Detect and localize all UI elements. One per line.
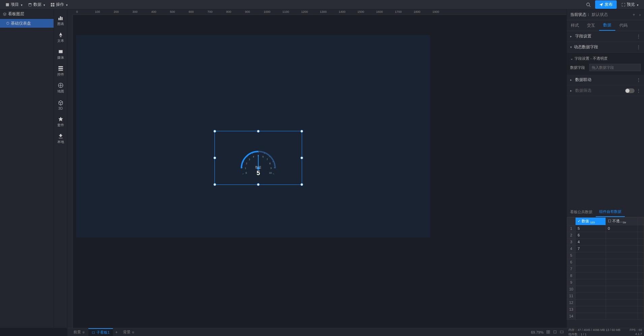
- svg-rect-44: [547, 332, 548, 333]
- comp-suite[interactable]: 套件: [54, 113, 67, 130]
- prop-data-filter[interactable]: 数据筛选 ⋮: [567, 85, 644, 96]
- preview-button[interactable]: 预览: [619, 0, 641, 9]
- comp-3d[interactable]: 3D: [54, 96, 67, 113]
- bottom-tab-background[interactable]: 背景 ⊕: [120, 328, 138, 336]
- table-row[interactable]: 47: [567, 245, 644, 252]
- svg-rect-10: [58, 18, 59, 20]
- table-row[interactable]: 6: [567, 259, 644, 265]
- data-tab-board[interactable]: 看板公共数据: [567, 207, 596, 217]
- sub-panel-header[interactable]: ⌄ 字段设置 - 不透明度: [570, 55, 641, 62]
- layer-item-gauge[interactable]: 基础仪表盘: [0, 19, 54, 28]
- publish-button[interactable]: 发布: [595, 0, 617, 9]
- table-corner: [567, 217, 576, 225]
- svg-rect-5: [53, 5, 55, 6]
- comp-control[interactable]: 控件: [54, 63, 67, 80]
- table-row[interactable]: 11: [567, 292, 644, 299]
- comp-suite-label: 套件: [57, 123, 64, 128]
- svg-rect-2: [51, 3, 53, 4]
- fit-icon[interactable]: [546, 330, 550, 335]
- comp-local[interactable]: 本地: [54, 130, 67, 147]
- canvas-viewport[interactable]: 012345678910 数值 5: [73, 15, 566, 328]
- add-subboard-button[interactable]: ＋: [113, 329, 120, 336]
- comp-text[interactable]: 文本: [54, 29, 67, 46]
- data-table[interactable]: ✓ 数值 123 ☐ 不透...Str 15026344756789101112…: [567, 217, 644, 328]
- search-icon[interactable]: [584, 0, 593, 9]
- data-tab-component[interactable]: 组件自有数据: [596, 207, 625, 217]
- svg-rect-3: [53, 3, 55, 4]
- add-state-icon[interactable]: ＋: [632, 12, 636, 18]
- data-filter-toggle[interactable]: [625, 88, 635, 93]
- selection-box[interactable]: 012345678910 数值 5: [214, 131, 302, 185]
- add-foreground-icon[interactable]: ⊕: [82, 330, 85, 334]
- state-value: 默认状态: [592, 12, 608, 18]
- map-icon: [58, 82, 64, 88]
- more-icon[interactable]: ⋮: [637, 34, 641, 39]
- prop-field-settings-label: 字段设置: [575, 33, 591, 39]
- sub-panel-opacity: ⌄ 字段设置 - 不透明度 数据字段: [567, 53, 644, 75]
- table-row[interactable]: 12: [567, 299, 644, 306]
- canvas-area[interactable]: 0100200300400500600700800900100011001200…: [67, 9, 566, 328]
- resize-handle-tl[interactable]: [213, 130, 216, 133]
- comp-count-label: 组件数：: [568, 333, 581, 336]
- table-col-opacity[interactable]: ☐ 不透...Str: [606, 217, 638, 225]
- resize-handle-mr[interactable]: [300, 157, 303, 159]
- more-icon[interactable]: ⋮: [637, 45, 641, 50]
- svg-rect-45: [549, 332, 550, 333]
- resize-handle-tr[interactable]: [300, 130, 303, 133]
- resize-handle-ml[interactable]: [213, 157, 216, 159]
- prop-dynamic-fields[interactable]: ▾ 动态数据字段 ⋮: [567, 42, 644, 53]
- prop-field-settings[interactable]: 字段设置 ⋮: [567, 31, 644, 42]
- more-icon[interactable]: ⋮: [637, 78, 641, 82]
- menu-data[interactable]: 数据: [25, 0, 48, 9]
- table-row[interactable]: 13: [567, 306, 644, 313]
- tab-code[interactable]: 代码: [615, 20, 632, 31]
- menu-data-label: 数据: [33, 2, 41, 7]
- table-row[interactable]: 150: [567, 225, 644, 232]
- more-icon[interactable]: ⋮: [637, 88, 641, 93]
- prop-data-link[interactable]: 数据联动 ⋮: [567, 75, 644, 85]
- comp-map[interactable]: 地图: [54, 80, 67, 96]
- table-row[interactable]: 26: [567, 232, 644, 239]
- svg-text:9: 9: [270, 167, 272, 169]
- resize-handle-br[interactable]: [300, 183, 303, 186]
- chevron-right-icon: [570, 34, 573, 38]
- resize-handle-tm[interactable]: [257, 130, 260, 133]
- svg-rect-11: [60, 17, 61, 20]
- table-row[interactable]: 7: [567, 265, 644, 272]
- tab-interact[interactable]: 交互: [583, 20, 599, 31]
- comp-chart[interactable]: 图表: [54, 12, 67, 29]
- menu-project[interactable]: 项目: [3, 0, 25, 9]
- ruler-corner: [67, 9, 73, 15]
- bottom-tab-subboard[interactable]: 子看板1: [88, 328, 113, 336]
- subboard-label: 子看板1: [96, 330, 110, 335]
- table-row[interactable]: 8: [567, 272, 644, 279]
- tab-style[interactable]: 样式: [567, 20, 583, 31]
- table-row[interactable]: 34: [567, 239, 644, 245]
- bottom-tab-foreground[interactable]: 前景 ⊕: [70, 328, 88, 336]
- expand-icon[interactable]: [553, 330, 557, 335]
- table-row[interactable]: 10: [567, 286, 644, 292]
- cube-icon: [58, 100, 64, 106]
- table-col-value[interactable]: ✓ 数值 123: [576, 217, 606, 225]
- resize-handle-bm[interactable]: [257, 183, 260, 186]
- layer-item-label: 基础仪表盘: [11, 21, 31, 26]
- actual-size-icon[interactable]: [560, 330, 564, 335]
- svg-rect-43: [549, 330, 550, 332]
- comp-3d-label: 3D: [58, 107, 63, 110]
- chevron-down-icon: ⌄: [570, 56, 573, 61]
- menu-operation[interactable]: 操作: [48, 0, 70, 9]
- table-col-empty: [638, 217, 644, 225]
- tab-data[interactable]: 数据: [599, 20, 615, 31]
- data-field-input[interactable]: [589, 64, 641, 71]
- table-row[interactable]: 14: [567, 313, 644, 319]
- mem-value: 47 / 4045 / 4096 MB 13 / 60 MB: [578, 328, 620, 332]
- resize-handle-bl[interactable]: [213, 183, 216, 186]
- local-icon: [58, 133, 64, 139]
- data-field-label: 数据字段: [570, 65, 587, 70]
- add-background-icon[interactable]: ⊕: [132, 330, 135, 334]
- svg-rect-0: [6, 3, 9, 6]
- table-row[interactable]: 5: [567, 252, 644, 259]
- chevron-right-icon[interactable]: ›: [639, 12, 641, 17]
- table-row[interactable]: 9: [567, 279, 644, 286]
- comp-media[interactable]: 媒体: [54, 46, 67, 63]
